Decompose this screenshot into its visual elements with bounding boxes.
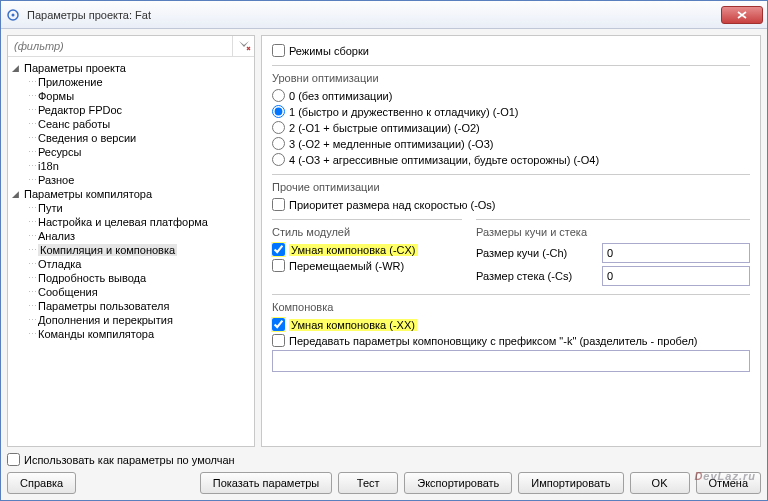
clear-filter-button[interactable] [232, 36, 254, 56]
tree-item[interactable]: ⋯Разное [10, 173, 252, 187]
ok-button[interactable]: OK [630, 472, 690, 494]
help-button[interactable]: Справка [7, 472, 76, 494]
filter-input[interactable] [8, 36, 232, 56]
pass-k-check[interactable]: Передавать параметры компоновщику с преф… [272, 334, 750, 347]
linking-group: Компоновка Умная компоновка (-XX) Переда… [272, 294, 750, 372]
right-panel: Режимы сборки Уровни оптимизации 0 (без … [261, 35, 761, 447]
tree-item[interactable]: ⋯Подробность вывода [10, 271, 252, 285]
show-options-button[interactable]: Показать параметры [200, 472, 333, 494]
tree-group-project[interactable]: ◢Параметры проекта [10, 61, 252, 75]
test-button[interactable]: Тест [338, 472, 398, 494]
tree-item[interactable]: ⋯Пути [10, 201, 252, 215]
other-opt-title: Прочие оптимизации [272, 181, 750, 193]
tree-item[interactable]: ⋯Настройка и целевая платформа [10, 215, 252, 229]
left-panel: ◢Параметры проекта ⋯Приложение ⋯Формы ⋯Р… [7, 35, 255, 447]
size-over-speed-check[interactable]: Приоритет размера над скоростью (-Os) [272, 198, 750, 211]
tree-item[interactable]: ⋯Сведения о версии [10, 131, 252, 145]
build-modes-check[interactable]: Режимы сборки [272, 44, 750, 57]
tree-group-compiler[interactable]: ◢Параметры компилятора [10, 187, 252, 201]
tree-item-compile-link[interactable]: ⋯Компиляция и компоновка [10, 243, 252, 257]
close-button[interactable] [721, 6, 763, 24]
linking-title: Компоновка [272, 301, 750, 313]
heap-size-label: Размер кучи (-Ch) [476, 247, 596, 259]
smart-link-cx-check[interactable]: Умная компоновка (-CX) [272, 243, 462, 256]
options-tree[interactable]: ◢Параметры проекта ⋯Приложение ⋯Формы ⋯Р… [8, 57, 254, 446]
smart-link-xx-check[interactable]: Умная компоновка (-XX) [272, 318, 750, 331]
unit-style-group: Стиль модулей Умная компоновка (-CX) Пер… [272, 219, 462, 286]
button-bar: Справка Показать параметры Тест Экспорти… [7, 472, 761, 494]
titlebar: Параметры проекта: Fat [1, 1, 767, 29]
tree-item[interactable]: ⋯Команды компилятора [10, 327, 252, 341]
other-opt-group: Прочие оптимизации Приоритет размера над… [272, 174, 750, 211]
opt-level-4[interactable]: 4 (-O3 + агрессивные оптимизации, будьте… [272, 153, 750, 166]
opt-levels-group: Уровни оптимизации 0 (без оптимизации) 1… [272, 65, 750, 166]
svg-point-1 [12, 13, 15, 16]
stack-size-input[interactable] [602, 266, 750, 286]
opt-level-0[interactable]: 0 (без оптимизации) [272, 89, 750, 102]
tree-item[interactable]: ⋯Приложение [10, 75, 252, 89]
export-button[interactable]: Экспортировать [404, 472, 512, 494]
project-options-window: Параметры проекта: Fat ◢Параметры проект… [0, 0, 768, 501]
opt-level-1[interactable]: 1 (быстро и дружественно к отладчику) (-… [272, 105, 750, 118]
tree-item[interactable]: ⋯Анализ [10, 229, 252, 243]
tree-item[interactable]: ⋯Отладка [10, 257, 252, 271]
tree-item[interactable]: ⋯Ресурсы [10, 145, 252, 159]
heap-size-input[interactable] [602, 243, 750, 263]
tree-item[interactable]: ⋯Дополнения и перекрытия [10, 313, 252, 327]
opt-level-3[interactable]: 3 (-O2 + медленные оптимизации) (-O3) [272, 137, 750, 150]
heap-stack-title: Размеры кучи и стека [476, 226, 750, 238]
heap-stack-group: Размеры кучи и стека Размер кучи (-Ch) Р… [476, 219, 750, 286]
cancel-button[interactable]: Отмена [696, 472, 761, 494]
linker-options-input[interactable] [272, 350, 750, 372]
window-title: Параметры проекта: Fat [27, 9, 721, 21]
unit-style-title: Стиль модулей [272, 226, 462, 238]
opt-level-2[interactable]: 2 (-O1 + быстрые оптимизации) (-O2) [272, 121, 750, 134]
stack-size-label: Размер стека (-Cs) [476, 270, 596, 282]
tree-item[interactable]: ⋯i18n [10, 159, 252, 173]
dialog-body: ◢Параметры проекта ⋯Приложение ⋯Формы ⋯Р… [1, 29, 767, 500]
tree-item[interactable]: ⋯Редактор FPDoc [10, 103, 252, 117]
import-button[interactable]: Импортировать [518, 472, 623, 494]
tree-item[interactable]: ⋯Сообщения [10, 285, 252, 299]
opt-levels-title: Уровни оптимизации [272, 72, 750, 84]
tree-item[interactable]: ⋯Формы [10, 89, 252, 103]
use-as-default-check[interactable]: Использовать как параметры по умолчан [7, 453, 235, 466]
tree-item[interactable]: ⋯Сеанс работы [10, 117, 252, 131]
app-icon [5, 7, 21, 23]
relocatable-check[interactable]: Перемещаемый (-WR) [272, 259, 462, 272]
tree-item[interactable]: ⋯Параметры пользователя [10, 299, 252, 313]
